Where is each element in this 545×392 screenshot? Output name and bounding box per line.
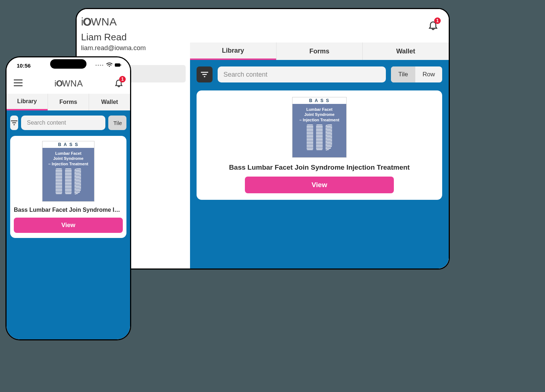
tabs: Library Forms Wallet	[7, 94, 130, 110]
content-card-title: Bass Lumbar Facet Join Syndrome Injec…	[14, 207, 123, 213]
tablet-main: 1 Library Forms Wallet Tile Row B A	[190, 9, 449, 268]
filter-icon	[10, 120, 18, 126]
filter-button[interactable]	[10, 116, 18, 130]
hamburger-icon	[13, 79, 23, 87]
svg-point-3	[109, 66, 110, 67]
tab-wallet[interactable]: Wallet	[89, 94, 130, 110]
library-content: Tile Row B A S S Lumbar Facet Joint Synd…	[190, 60, 449, 268]
battery-icon	[115, 62, 121, 69]
filter-button[interactable]	[197, 66, 213, 82]
status-time: 10:56	[17, 62, 31, 69]
notification-badge: 1	[119, 76, 126, 82]
thumb-illustration	[295, 122, 344, 151]
wifi-icon	[106, 62, 113, 69]
content-card-title: Bass Lumbar Facet Join Syndrome Injectio…	[229, 163, 409, 171]
brand-logo: iWNA	[54, 78, 83, 89]
phone-device: 10:56 ···· iWNA 1 Library Forms Wallet T…	[5, 56, 131, 340]
thumb-line1: Lumbar Facet	[45, 151, 92, 156]
notifications-button[interactable]: 1	[114, 78, 124, 89]
user-email: liam.read@iowna.com	[81, 44, 186, 52]
search-input[interactable]	[218, 66, 386, 82]
thumb-line2: Joint Syndrome	[45, 156, 92, 161]
tablet-device: iWNA Liam Read liam.read@iowna.com ician…	[76, 8, 450, 270]
thumb-line1: Lumbar Facet	[295, 107, 344, 112]
thumb-line2: Joint Syndrome	[295, 112, 344, 117]
menu-button[interactable]	[13, 79, 23, 88]
content-thumbnail: B A S S Lumbar Facet Joint Syndrome – In…	[42, 141, 94, 202]
view-toggle-tile[interactable]: Tile	[108, 116, 126, 130]
toolbar: Tile Row	[197, 66, 442, 82]
brand-logo: iWNA	[81, 16, 186, 28]
notification-badge: 1	[434, 17, 441, 24]
tab-forms[interactable]: Forms	[48, 94, 89, 110]
phone-header: iWNA 1	[7, 73, 130, 94]
notifications-button[interactable]: 1	[428, 20, 439, 32]
user-name: Liam Read	[81, 32, 186, 43]
thumb-line3: – Injection Treatment	[295, 117, 344, 122]
tab-wallet[interactable]: Wallet	[362, 43, 449, 60]
signal-icon: ····	[95, 62, 104, 69]
view-button[interactable]: View	[14, 218, 123, 233]
view-toggle-row[interactable]: Row	[415, 66, 442, 82]
content-thumbnail: B A S S Lumbar Facet Joint Syndrome – In…	[292, 97, 347, 158]
content-card: B A S S Lumbar Facet Joint Syndrome – In…	[10, 136, 126, 238]
view-toggle-tile[interactable]: Tile	[391, 66, 415, 82]
toolbar: Tile Row	[10, 116, 126, 130]
thumb-line3: – Injection Treatment	[45, 161, 92, 166]
content-card: B A S S Lumbar Facet Joint Syndrome – In…	[197, 90, 442, 200]
tab-library[interactable]: Library	[190, 43, 276, 60]
library-content: Tile Row B A S S Lumbar Facet Joint Synd…	[7, 110, 130, 339]
topbar: 1	[190, 9, 449, 43]
view-toggle: Tile Row	[391, 66, 442, 82]
thumb-brand: B A S S	[43, 141, 94, 148]
filter-icon	[200, 71, 209, 78]
tab-library[interactable]: Library	[7, 94, 48, 110]
view-button[interactable]: View	[245, 177, 394, 193]
thumb-illustration	[45, 166, 92, 195]
search-input[interactable]	[21, 116, 105, 130]
thumb-brand: B A S S	[292, 97, 346, 104]
phone-notch	[50, 59, 86, 69]
tabs: Library Forms Wallet	[190, 43, 449, 60]
svg-rect-4	[115, 63, 120, 66]
svg-rect-5	[121, 64, 121, 66]
tab-forms[interactable]: Forms	[276, 43, 363, 60]
view-toggle: Tile Row	[108, 116, 126, 130]
